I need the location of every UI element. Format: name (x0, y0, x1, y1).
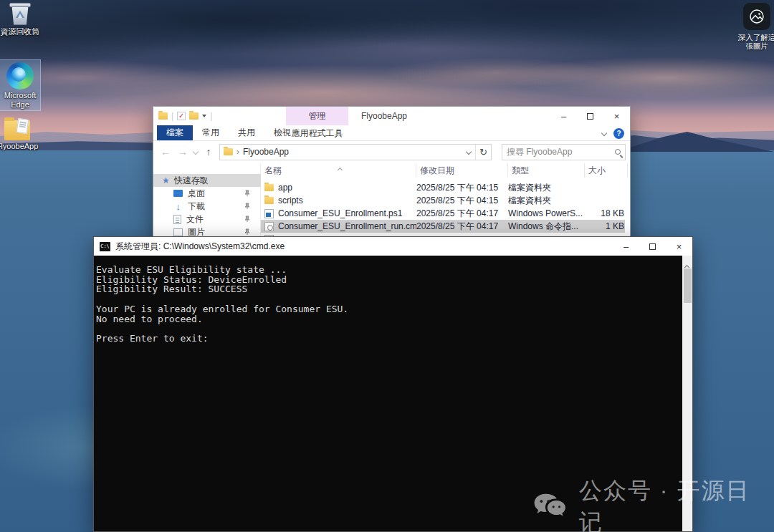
file-row-ps1[interactable]: Consumer_ESU_Enrollment.ps1 2025/8/25 下午… (261, 207, 625, 220)
cmd-maximize-button[interactable] (639, 237, 666, 256)
document-icon (173, 215, 181, 224)
desktop-icon-edge[interactable]: Microsoft Edge (0, 60, 40, 110)
console-output: Evaluate ESU Eligibility state ... Eligi… (96, 265, 348, 344)
tab-share[interactable]: 共用 (229, 125, 264, 140)
ribbon-tabs: 檔案 常用 共用 檢視 應用程式工具 ? (153, 125, 630, 141)
tab-file[interactable]: 檔案 (157, 125, 193, 140)
downloads-label: 下載 (188, 200, 205, 213)
file-row-scripts[interactable]: scripts 2025/8/25 下午 04:15 檔案資料夾 (261, 194, 625, 207)
explorer-window-title: FlyoobeApp (361, 107, 407, 125)
cmd-window-controls: – × (613, 237, 692, 256)
up-arrow-icon[interactable]: ↑ (202, 146, 215, 158)
recycle-bin-label: 資源回收筒 (0, 27, 40, 37)
download-arrow-icon: ↓ (173, 201, 183, 212)
search-input[interactable] (502, 147, 606, 157)
minimize-button[interactable]: – (550, 107, 577, 125)
pictures-icon (173, 228, 183, 236)
maximize-button[interactable] (577, 107, 603, 125)
folder-with-files-icon (4, 120, 30, 140)
desktop-icon-flyoobeapp[interactable]: FlyoobeApp (0, 119, 42, 151)
type-header-label: 類型 (512, 165, 529, 177)
documents-label: 文件 (186, 213, 204, 226)
explorer-titlebar[interactable]: | ✓ | 管理 FlyoobeApp – × (153, 107, 630, 125)
cmd-minimize-button[interactable]: – (613, 237, 639, 256)
spotlight-label: 深入了解這 張圖片 (737, 33, 774, 50)
file-row-app[interactable]: app 2025/8/25 下午 04:15 檔案資料夾 (261, 181, 625, 194)
folder-icon (264, 184, 274, 191)
properties-check-icon[interactable]: ✓ (177, 112, 186, 120)
folder-icon[interactable] (158, 112, 168, 120)
cmd-titlebar[interactable]: C:\ 系統管理員: C:\Windows\System32\cmd.exe –… (94, 237, 692, 256)
pin-icon (244, 228, 251, 236)
recent-locations-chevron-icon[interactable] (193, 149, 199, 155)
watermark: 公众号 · 开源日记 (532, 475, 774, 532)
name-header-label: 名稱 (264, 165, 282, 177)
new-folder-icon[interactable] (189, 112, 199, 120)
folder-icon (264, 197, 274, 204)
sort-ascending-icon (338, 168, 343, 173)
scrollbar-thumb[interactable] (684, 269, 692, 303)
sidebar-item-desktop[interactable]: 桌面 (153, 187, 261, 200)
column-header-date[interactable]: 修改日期 (416, 163, 508, 178)
qat-separator: | (171, 111, 173, 121)
column-header-size[interactable]: 大小 (585, 163, 628, 178)
forward-arrow-icon[interactable]: → (176, 146, 189, 158)
tab-home[interactable]: 常用 (193, 125, 229, 140)
explorer-window-controls: – × (550, 107, 630, 125)
address-dropdown-chevron-icon[interactable] (462, 150, 475, 154)
cmd-icon: C:\ (100, 242, 110, 251)
watermark-text: 公众号 · 开源日记 (579, 475, 774, 532)
picture-icon (743, 3, 770, 30)
cmd-window-title: 系統管理員: C:\Windows\System32\cmd.exe (115, 241, 285, 253)
explorer-window: | ✓ | 管理 FlyoobeApp – × 檔案 常用 共用 檢視 應用程式… (153, 106, 631, 249)
address-toolbar: ← → ↑ › FlyoobeApp ↻ (153, 141, 630, 163)
refresh-icon[interactable]: ↻ (475, 145, 491, 160)
pin-icon (244, 216, 251, 223)
pin-icon (244, 203, 251, 210)
powershell-file-icon (264, 209, 274, 218)
breadcrumb-path[interactable]: FlyoobeApp (243, 147, 289, 157)
desktop-icon-spotlight[interactable]: 深入了解這 張圖片 (737, 3, 774, 50)
help-icon[interactable]: ? (613, 128, 624, 139)
sidebar-item-downloads[interactable]: ↓ 下載 (153, 200, 261, 213)
ribbon-collapse-chevron-icon[interactable] (601, 130, 607, 136)
desktop-icon-recycle-bin[interactable]: 資源回收筒 (0, 1, 40, 37)
column-header-type[interactable]: 類型 (508, 163, 585, 178)
edge-logo-icon (6, 62, 34, 90)
address-bar[interactable]: › FlyoobeApp ↻ (219, 144, 492, 160)
file-row-cmd-selected[interactable]: Consumer_ESU_Enrollment_run.cmd 2025/8/2… (261, 220, 625, 233)
wechat-icon (532, 492, 569, 522)
close-button[interactable]: × (603, 107, 630, 125)
flyoobeapp-label: FlyoobeApp (0, 142, 42, 151)
desktop-icon-small (173, 190, 183, 197)
search-icon (615, 149, 621, 155)
cmd-file-icon (264, 222, 274, 231)
quick-access-label: 快速存取 (174, 175, 209, 187)
sidebar-item-documents[interactable]: 文件 (153, 213, 261, 226)
desktop-label: 桌面 (188, 188, 205, 200)
search-box[interactable] (502, 144, 626, 160)
quick-access-toolbar: | ✓ | (153, 111, 212, 121)
qat-separator2: | (210, 111, 212, 121)
qat-customize-caret-icon[interactable] (202, 115, 206, 117)
tab-application-tools[interactable]: 應用程式工具 (286, 125, 348, 141)
address-folder-icon (224, 148, 233, 155)
ribbon-manage-label[interactable]: 管理 (286, 107, 348, 125)
star-icon: ★ (162, 175, 170, 185)
column-header-name[interactable]: 名稱 (261, 163, 416, 178)
size-header-label: 大小 (588, 165, 606, 177)
breadcrumb-separator: › (236, 147, 239, 157)
recycle-bin-icon (8, 3, 32, 26)
back-arrow-icon[interactable]: ← (159, 146, 172, 158)
date-header-label: 修改日期 (420, 165, 454, 177)
sidebar-item-quick-access[interactable]: ★ 快速存取 (153, 174, 261, 187)
pin-icon (244, 190, 251, 197)
edge-label: Microsoft Edge (0, 91, 40, 110)
cmd-close-button[interactable]: × (666, 237, 692, 256)
